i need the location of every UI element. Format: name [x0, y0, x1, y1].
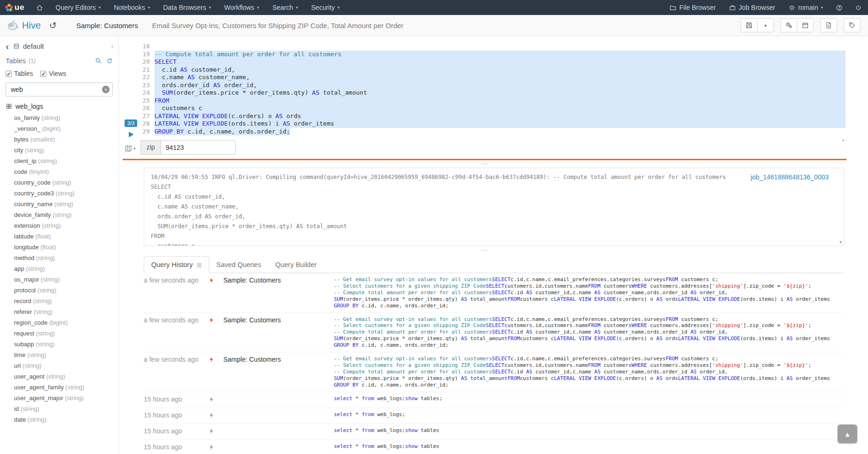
history-row[interactable]: 15 hours agoselect * from web_logs; — [144, 408, 844, 424]
history-query-text[interactable]: select * from web_logs;show tables — [334, 427, 844, 434]
nav-menu-search[interactable]: Search▾ — [266, 0, 305, 15]
database-row[interactable]: ‹ default ‹ — [0, 36, 118, 53]
history-query-text[interactable]: -- Get email survey opt-in values for al… — [334, 316, 844, 349]
history-query-text[interactable]: -- Get email survey opt-in values for al… — [334, 276, 844, 309]
history-row[interactable]: 15 hours agoselect * from web_logs;show … — [144, 440, 844, 454]
column-item[interactable]: bytes (smallint) — [0, 134, 118, 145]
table-item[interactable]: web_logs — [0, 98, 118, 112]
history-row[interactable]: a few seconds agoSample: Customers-- Get… — [144, 352, 844, 392]
hive-app-link[interactable]: Hive — [7, 19, 41, 31]
user-menu[interactable]: romain ▾ — [782, 0, 830, 15]
history-row[interactable]: 15 hours agoselect * from web_logs;show … — [144, 424, 844, 440]
column-item[interactable]: user_agent (string) — [0, 371, 118, 382]
resize-handle-top[interactable]: ⋯ — [123, 162, 846, 167]
column-item[interactable]: device_family (string) — [0, 209, 118, 220]
nav-menu-data-browsers[interactable]: Data Browsers▾ — [156, 0, 217, 15]
history-query-text[interactable]: select * from web_logs; — [334, 411, 844, 418]
result-count-badge[interactable]: 3/3 — [125, 119, 137, 127]
column-item[interactable]: client_ip (string) — [0, 156, 118, 166]
column-item[interactable]: latitude (float) — [0, 231, 118, 242]
column-item[interactable]: _version_ (bigint) — [0, 123, 118, 134]
history-timestamp: a few seconds ago — [144, 356, 208, 363]
editor-scrollbar-down-icon[interactable]: ▾ — [842, 138, 845, 143]
sql-token: (ords.items) i — [740, 375, 787, 381]
execute-button[interactable] — [127, 131, 135, 140]
column-item[interactable]: user_agent_major (string) — [0, 393, 118, 403]
brand-text: ue — [15, 3, 24, 12]
caret-down-icon: ▾ — [257, 5, 259, 10]
column-item[interactable]: os_family (string) — [0, 112, 118, 123]
column-item[interactable]: record (string) — [0, 296, 118, 306]
hue-logo[interactable]: ue — [0, 0, 30, 15]
column-item[interactable]: url (string) — [0, 360, 118, 371]
functions-panel-toggle[interactable]: ▾ — [125, 145, 136, 152]
nav-menu-workflows[interactable]: Workflows▾ — [218, 0, 266, 15]
query-history-toggle[interactable]: ↺ — [49, 21, 57, 30]
search-icon[interactable] — [95, 58, 102, 64]
column-item[interactable]: app (string) — [0, 263, 118, 274]
new-document-button[interactable] — [820, 18, 837, 32]
history-query-name[interactable]: Sample: Customers — [223, 276, 334, 284]
column-item[interactable]: extension (string) — [0, 220, 118, 231]
save-button[interactable] — [741, 18, 758, 32]
sql-token: (order_items.price * order_items.qty) — [343, 335, 461, 342]
column-item[interactable]: country_code (string) — [0, 177, 118, 188]
column-item[interactable]: request (string) — [0, 328, 118, 339]
nav-right: File Browser Job Browser romain ▾ — [663, 0, 868, 15]
nav-menu-notebooks[interactable]: Notebooks▾ — [107, 0, 156, 15]
home-button[interactable] — [30, 0, 49, 15]
column-item[interactable]: subapp (string) — [0, 339, 118, 350]
tab-saved-queries[interactable]: Saved Queries — [209, 257, 268, 273]
column-item[interactable]: user_agent_family (string) — [0, 382, 118, 393]
variable-label: zip — [140, 140, 161, 155]
history-query-text[interactable]: select * from web_logs;show tables; — [334, 395, 844, 402]
clear-search-button[interactable]: × — [102, 86, 110, 93]
history-query-text[interactable]: -- Get email survey opt-in values for al… — [334, 356, 844, 388]
save-options-button[interactable]: ▾ — [757, 18, 774, 32]
column-item[interactable]: id (string) — [0, 403, 118, 414]
column-item[interactable]: region_code (bigint) — [0, 317, 118, 328]
history-query-text[interactable]: select * from web_logs;show tables — [334, 443, 844, 450]
column-item[interactable]: referer (string) — [0, 306, 118, 317]
log-scrollbar-down-icon[interactable]: ▾ — [839, 239, 842, 245]
column-item[interactable]: longitude (float) — [0, 242, 118, 253]
filter-tables-label: Tables — [14, 70, 33, 77]
column-item[interactable]: os_major (string) — [0, 274, 118, 285]
sql-editor[interactable]: 1819-- Compute total amount per order fo… — [140, 43, 846, 136]
collapse-sidebar-icon[interactable]: ‹ — [111, 43, 114, 50]
status-bolt-icon — [208, 357, 214, 363]
schedule-button[interactable] — [797, 18, 814, 32]
column-item[interactable]: method (string) — [0, 253, 118, 263]
column-item[interactable]: country_code3 (string) — [0, 188, 118, 199]
filter-views-checkbox[interactable]: Views — [40, 70, 66, 77]
table-search-input[interactable] — [6, 82, 113, 97]
scroll-top-button[interactable]: ▲ — [838, 424, 857, 443]
column-item[interactable]: time (string) — [0, 350, 118, 360]
column-item[interactable]: country_name (string) — [0, 199, 118, 209]
nav-menu-query-editors[interactable]: Query Editors▾ — [49, 0, 107, 15]
help-button[interactable] — [830, 0, 849, 15]
history-query-name[interactable]: Sample: Customers — [223, 316, 334, 324]
resize-handle-bottom[interactable]: ⋯ — [123, 248, 846, 253]
tab-query-history[interactable]: Query History▦ — [144, 256, 209, 273]
job-browser-link[interactable]: Job Browser — [722, 0, 782, 15]
history-row[interactable]: a few seconds agoSample: Customers-- Get… — [144, 313, 844, 353]
file-browser-link[interactable]: File Browser — [663, 0, 722, 15]
variable-input[interactable] — [161, 140, 235, 155]
column-item[interactable]: city (string) — [0, 145, 118, 156]
tab-query-builder[interactable]: Query Builder — [268, 257, 324, 273]
column-item[interactable]: code (tinyint) — [0, 166, 118, 177]
job-link[interactable]: job_1461888648136_0003 — [750, 173, 829, 181]
logout-button[interactable] — [849, 0, 868, 15]
nav-menu-security[interactable]: Security▾ — [305, 0, 346, 15]
column-item[interactable]: protocol (string) — [0, 285, 118, 296]
back-icon[interactable]: ‹ — [6, 43, 9, 50]
settings-button[interactable] — [780, 18, 797, 32]
column-item[interactable]: date (string) — [0, 414, 118, 425]
tags-button[interactable] — [844, 18, 861, 32]
filter-tables-checkbox[interactable]: Tables — [6, 70, 33, 77]
refresh-icon[interactable] — [106, 58, 113, 64]
history-row[interactable]: a few seconds agoSample: Customers-- Get… — [144, 273, 844, 313]
history-query-name[interactable]: Sample: Customers — [223, 356, 334, 363]
history-row[interactable]: 15 hours agoselect * from web_logs;show … — [144, 392, 844, 408]
